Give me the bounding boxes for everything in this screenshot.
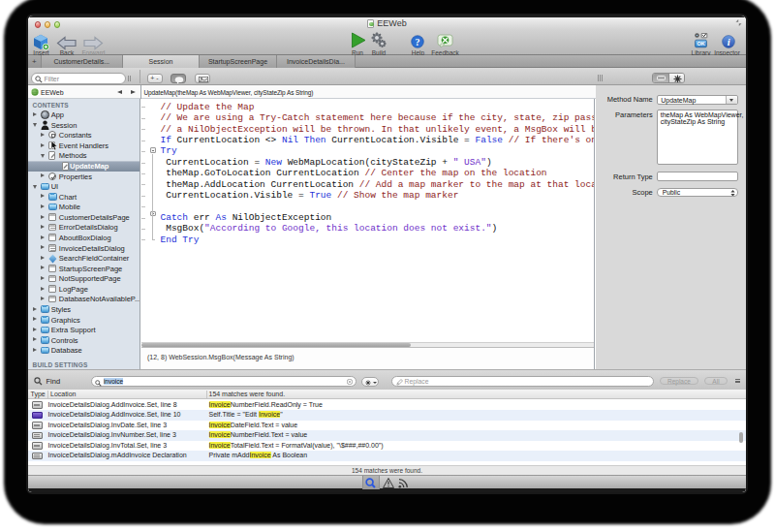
svg-text:?: ?: [416, 37, 420, 47]
svg-text:i: i: [727, 36, 729, 47]
svg-text:OK: OK: [697, 41, 704, 47]
